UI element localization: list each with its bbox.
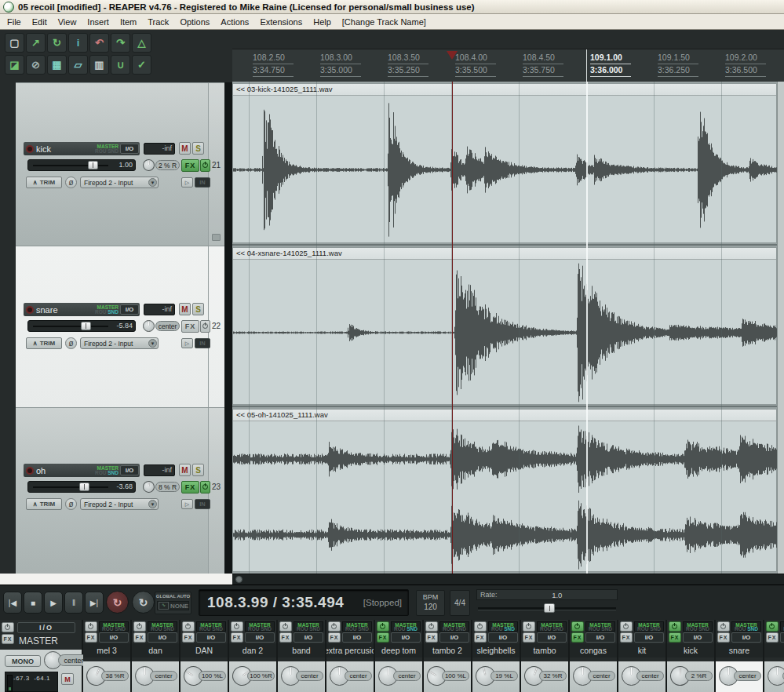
strip-io-button[interactable]: I/O xyxy=(780,632,784,643)
arrange-view[interactable]: << 03-kick-141025_1111.wav << 04-xsnare-… xyxy=(232,82,777,574)
strip-pan-knob[interactable] xyxy=(768,666,784,686)
strip-track-name[interactable]: snare xyxy=(716,643,763,657)
input-monitor-button[interactable]: IN xyxy=(195,177,210,188)
strip-track-name[interactable]: sleighbells xyxy=(472,643,520,657)
strip-power-button[interactable] xyxy=(133,621,146,632)
fx-bypass-button[interactable] xyxy=(200,481,210,494)
timeline-ruler[interactable]: 108.2.503:34.750108.3.003:35.000108.3.50… xyxy=(232,49,784,82)
master-power-button[interactable] xyxy=(2,622,14,632)
io-button[interactable]: I/O xyxy=(120,465,139,475)
record-button[interactable]: ↻ xyxy=(106,591,129,614)
record-arm-button[interactable] xyxy=(26,306,34,314)
go-to-start-button[interactable]: |◀ xyxy=(3,592,22,614)
strip-track-name[interactable]: dan xyxy=(132,643,179,657)
mixer-strip[interactable]: FX MASTER ROU SND I/O sleighbells 19 %L xyxy=(472,620,520,692)
track-name[interactable]: snare xyxy=(36,305,93,315)
io-button[interactable]: I/O xyxy=(120,144,139,154)
mixer-strip[interactable]: FX MASTER ROU SND I/O dan center xyxy=(132,620,179,692)
new-project-button[interactable]: ▢ xyxy=(5,33,24,53)
menu-item-track[interactable]: Track xyxy=(142,16,174,28)
pan-knob[interactable] xyxy=(143,320,155,332)
strip-io-button[interactable]: I/O xyxy=(537,632,567,643)
menu-item-view[interactable]: View xyxy=(53,16,82,28)
transport-position-display[interactable]: 108.3.99 / 3:35.494 [Stopped] xyxy=(199,589,409,616)
mute-button[interactable]: M xyxy=(179,464,191,476)
strip-fx-button[interactable]: FX xyxy=(620,632,633,643)
mixer-strip[interactable]: FX MASTER ROU SND I/O snare center xyxy=(716,620,763,692)
phase-button[interactable]: ø xyxy=(65,498,77,510)
strip-io-button[interactable]: I/O xyxy=(196,632,226,643)
pan-knob[interactable] xyxy=(142,480,155,493)
menu-item-insert[interactable]: Insert xyxy=(82,16,115,28)
save-project-button[interactable]: ↻ xyxy=(47,33,67,53)
pause-button[interactable]: ‖ xyxy=(64,592,83,614)
strip-fx-button[interactable]: FX xyxy=(571,632,584,643)
track-name-box[interactable]: kick MASTER ROU SND I/O xyxy=(24,142,140,155)
grid-toggle-button[interactable]: ▥ xyxy=(89,55,109,75)
io-button[interactable]: I/O xyxy=(120,304,139,315)
strip-io-button[interactable]: I/O xyxy=(439,632,469,643)
volume-fader-thumb[interactable] xyxy=(81,322,91,330)
solo-button[interactable]: S xyxy=(192,303,204,315)
media-item-waveform[interactable] xyxy=(233,260,776,404)
rate-slider-thumb[interactable] xyxy=(544,603,555,613)
pan-knob[interactable] xyxy=(143,159,155,172)
mixer-strip[interactable]: FX MASTER ROU SND I/O center xyxy=(764,620,784,692)
strip-io-button[interactable]: I/O xyxy=(342,632,372,643)
strip-power-button[interactable] xyxy=(571,621,584,632)
menu-item-options[interactable]: Options xyxy=(174,16,215,28)
project-info-button[interactable]: i xyxy=(68,33,88,53)
strip-io-button[interactable]: I/O xyxy=(148,632,177,643)
item-grouping-button[interactable]: ⊘ xyxy=(26,55,46,75)
strip-track-name[interactable]: extra percusio xyxy=(326,643,374,657)
strip-fx-button[interactable]: FX xyxy=(85,632,97,643)
mouse-edit-mode-button[interactable]: ▦ xyxy=(47,55,67,75)
trim-envelope-button[interactable]: ∧ TRIM xyxy=(26,177,62,188)
rate-slider[interactable] xyxy=(476,603,618,613)
strip-power-button[interactable] xyxy=(279,621,292,632)
record-arm-button[interactable] xyxy=(26,467,34,475)
mixer-strip[interactable]: FX MASTER ROU SND I/O dan 2 100 %R xyxy=(229,620,276,692)
strip-io-button[interactable]: I/O xyxy=(99,632,129,643)
record-arm-button[interactable] xyxy=(26,145,34,153)
strip-io-button[interactable]: I/O xyxy=(391,632,421,643)
media-item-waveform[interactable] xyxy=(233,96,776,242)
strip-fx-button[interactable]: FX xyxy=(133,632,146,643)
undo-button[interactable]: ↶ xyxy=(89,33,109,53)
strip-io-button[interactable]: I/O xyxy=(294,632,323,643)
strip-track-name[interactable]: deep tom xyxy=(375,643,422,657)
item-edit-mode-button[interactable]: ◪ xyxy=(5,55,24,75)
strip-track-name[interactable]: tambo 2 xyxy=(424,643,471,657)
global-automation-override[interactable]: GLOBAL AUTO ∿ NONE xyxy=(155,592,191,614)
media-item-label[interactable]: << 04-xsnare-141025_1111.wav xyxy=(233,248,776,260)
folder-indicator-icon[interactable] xyxy=(212,234,221,241)
menu-item-help[interactable]: Help xyxy=(308,16,337,28)
fx-button[interactable]: FX xyxy=(181,159,199,172)
horizontal-scrollbar[interactable] xyxy=(232,574,784,585)
menu-item-file[interactable]: File xyxy=(2,16,27,28)
strip-power-button[interactable] xyxy=(182,621,195,632)
master-strip[interactable]: FX I/O MASTER MONO center -67.3 -64.1 M xyxy=(0,620,82,692)
master-mono-button[interactable]: MONO xyxy=(5,655,41,667)
master-fx-button[interactable]: FX xyxy=(2,634,14,644)
input-select[interactable]: Firepod 2 - Input ▼ xyxy=(80,337,159,349)
strip-io-button[interactable]: I/O xyxy=(245,632,275,643)
strip-power-button[interactable] xyxy=(425,621,438,632)
snap-toggle-button[interactable]: ∪ xyxy=(111,55,130,75)
strip-power-button[interactable] xyxy=(669,621,681,632)
mute-button[interactable]: M xyxy=(179,142,191,155)
strip-power-button[interactable] xyxy=(328,621,341,632)
go-to-end-button[interactable]: ▶| xyxy=(85,592,104,614)
vertical-scrollbar[interactable] xyxy=(777,82,784,574)
mixer-strip[interactable]: FX MASTER ROU SND I/O congas center xyxy=(570,620,617,692)
input-select[interactable]: Firepod 2 - Input ▼ xyxy=(80,498,159,510)
phase-button[interactable]: ø xyxy=(65,177,77,188)
track-panel[interactable]: 21 kick MASTER ROU SND I/O -inf M S 1.00… xyxy=(16,82,224,246)
solo-button[interactable]: S xyxy=(192,464,204,476)
menu-item-edit[interactable]: Edit xyxy=(27,16,53,28)
strip-track-name[interactable]: tambo xyxy=(521,643,568,657)
fx-bypass-button[interactable] xyxy=(200,320,210,333)
fx-button[interactable]: FX xyxy=(181,320,199,333)
mixer-strip[interactable]: FX MASTER ROU SND I/O DAN 100 %L xyxy=(181,620,228,692)
lock-toggle-button[interactable]: ✓ xyxy=(132,55,151,75)
